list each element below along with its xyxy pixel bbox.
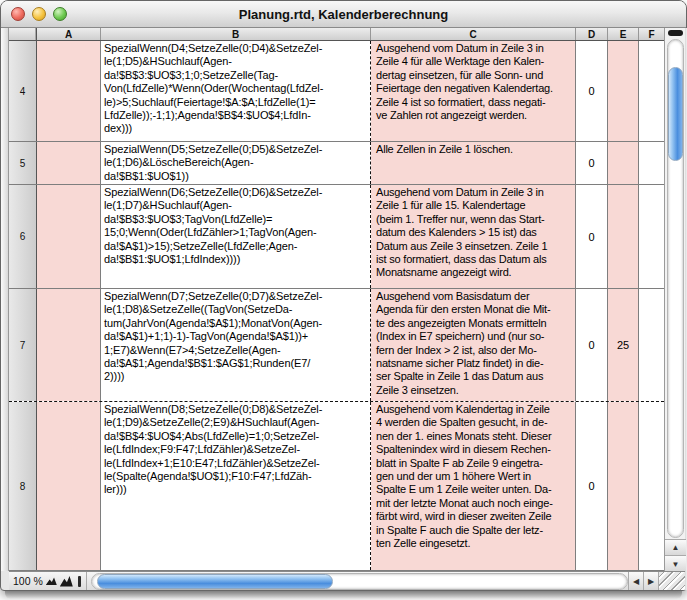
table-row-5: 5SpezialWenn(D5;SetzeZelle(0;D5)&SetzeZe… xyxy=(9,142,664,185)
table-row-4: 4SpezialWenn(D4;SetzeZelle(0;D4)&SetzeZe… xyxy=(9,41,664,142)
table-row-8: 8SpezialWenn(D8;SetzeZelle(0;D8)&SetzeZe… xyxy=(9,402,664,571)
cell-d-value[interactable]: 0 xyxy=(576,402,608,570)
vertical-scroll-thumb[interactable] xyxy=(668,67,683,161)
spreadsheet: ABCDEF 4SpezialWenn(D4;SetzeZelle(0;D4)&… xyxy=(9,28,664,571)
row-header[interactable]: 8 xyxy=(9,402,37,570)
row-header[interactable]: 4 xyxy=(9,41,37,141)
scroll-down-button[interactable]: ▼ xyxy=(665,556,686,572)
minimize-button[interactable] xyxy=(32,7,46,21)
cell-d-value[interactable]: 0 xyxy=(576,142,608,184)
cell-d-value[interactable]: 0 xyxy=(576,41,608,141)
column-header-E[interactable]: E xyxy=(608,28,639,40)
column-header-F[interactable]: F xyxy=(639,28,664,40)
row-header[interactable]: 7 xyxy=(9,289,37,401)
cell-d-value[interactable]: 0 xyxy=(576,289,608,401)
pane-split-handle-icon[interactable] xyxy=(668,30,683,36)
cell-formula[interactable]: SpezialWenn(D7;SetzeZelle(0;D7)&SetzeZel… xyxy=(101,289,371,401)
window-shadow xyxy=(5,591,682,599)
cell-a[interactable] xyxy=(37,185,101,288)
table-row-7: 7SpezialWenn(D7;SetzeZelle(0;D7)&SetzeZe… xyxy=(9,289,664,402)
cell-e-value[interactable] xyxy=(608,41,639,141)
title-bar[interactable]: Planung.rtd, Kalenderberechnung xyxy=(1,1,686,28)
column-header-A[interactable]: A xyxy=(37,28,101,40)
cell-description[interactable]: Alle Zellen in Zeile 1 löschen. xyxy=(371,142,576,184)
split-divider-icon[interactable] xyxy=(78,576,81,587)
status-bar: 100 % ◀ ▶ xyxy=(9,571,685,590)
vertical-scroll-arrows: ▲ ▼ xyxy=(665,539,686,571)
zoom-control: 100 % xyxy=(9,572,87,590)
select-all-corner[interactable] xyxy=(9,28,37,40)
cell-e-value[interactable] xyxy=(608,185,639,288)
cell-description[interactable]: Ausgehend vom Kalendertag in Zeile 4 wer… xyxy=(371,402,576,570)
cell-a[interactable] xyxy=(37,41,101,141)
scroll-right-button[interactable]: ▶ xyxy=(643,572,658,590)
resize-grip[interactable] xyxy=(658,572,685,590)
cell-formula[interactable]: SpezialWenn(D6;SetzeZelle(0;D6)&SetzeZel… xyxy=(101,185,371,288)
traffic-lights xyxy=(11,7,67,21)
cell-f[interactable] xyxy=(639,402,664,570)
cell-description[interactable]: Ausgehend vom Datum in Zeile 3 in Zeile … xyxy=(371,41,576,141)
cell-a[interactable] xyxy=(37,142,101,184)
cell-description[interactable]: Ausgehend vom Datum in Zeile 3 in Zeile … xyxy=(371,185,576,288)
cell-formula[interactable]: SpezialWenn(D4;SetzeZelle(0;D4)&SetzeZel… xyxy=(101,41,371,141)
table-row-6: 6SpezialWenn(D6;SetzeZelle(0;D6)&SetzeZe… xyxy=(9,185,664,289)
zoom-out-icon[interactable] xyxy=(46,577,57,585)
cell-f[interactable] xyxy=(639,142,664,184)
column-header-D[interactable]: D xyxy=(576,28,608,40)
horizontal-scroll-thumb[interactable] xyxy=(97,574,333,589)
cell-description[interactable]: Ausgehend vom Basisdatum der Agenda für … xyxy=(371,289,576,401)
zoom-window-button[interactable] xyxy=(53,7,67,21)
vertical-scrollbar-strip: ▲ ▼ xyxy=(664,28,685,571)
close-button[interactable] xyxy=(11,7,25,21)
cell-e-value[interactable] xyxy=(608,142,639,184)
cell-f[interactable] xyxy=(639,185,664,288)
column-header-row: ABCDEF xyxy=(9,28,664,41)
cell-a[interactable] xyxy=(37,289,101,401)
scroll-left-button[interactable]: ◀ xyxy=(628,572,643,590)
zoom-level: 100 % xyxy=(13,575,43,587)
column-header-C[interactable]: C xyxy=(371,28,576,40)
window-title: Planung.rtd, Kalenderberechnung xyxy=(239,7,448,22)
cell-f[interactable] xyxy=(639,41,664,141)
horizontal-scrollbar[interactable] xyxy=(91,573,628,590)
cell-e-value[interactable]: 25 xyxy=(608,289,639,401)
row-header[interactable]: 6 xyxy=(9,185,37,288)
horizontal-scroll-arrows: ◀ ▶ xyxy=(628,572,658,590)
column-header-B[interactable]: B xyxy=(101,28,371,40)
zoom-in-icon[interactable] xyxy=(60,576,73,587)
vertical-scrollbar[interactable] xyxy=(667,39,684,538)
scroll-up-button[interactable]: ▲ xyxy=(665,540,686,556)
cell-f[interactable] xyxy=(639,289,664,401)
window-frame-left xyxy=(1,28,9,571)
sheet-rows: 4SpezialWenn(D4;SetzeZelle(0;D4)&SetzeZe… xyxy=(9,41,664,571)
app-window: Planung.rtd, Kalenderberechnung ABCDEF 4… xyxy=(0,0,687,591)
cell-formula[interactable]: SpezialWenn(D5;SetzeZelle(0;D5)&SetzeZel… xyxy=(101,142,371,184)
cell-e-value[interactable] xyxy=(608,402,639,570)
cell-a[interactable] xyxy=(37,402,101,570)
cell-formula[interactable]: SpezialWenn(D8;SetzeZelle(0;D8)&SetzeZel… xyxy=(101,402,371,570)
row-header[interactable]: 5 xyxy=(9,142,37,184)
cell-d-value[interactable]: 0 xyxy=(576,185,608,288)
